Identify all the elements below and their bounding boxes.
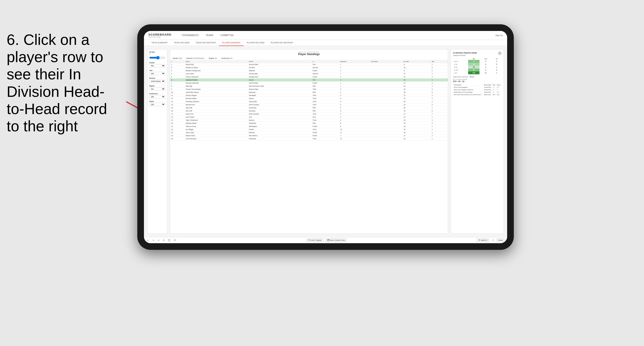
panel-header: Update time: 27/03/2024 16:56:26 Player … bbox=[170, 49, 448, 57]
table-row[interactable]: 21 Taehoon Song Washington Fourth 6 23 1 bbox=[170, 125, 448, 128]
year-select[interactable]: (All) bbox=[149, 72, 165, 75]
undo-button[interactable]: ↩ bbox=[146, 239, 150, 242]
h2h-opponents-value: 98.1% bbox=[470, 76, 474, 78]
h2h-th-win: Win bbox=[468, 58, 480, 60]
redo-button[interactable]: ↪ bbox=[152, 239, 155, 242]
table-row[interactable]: 22 Ian Gilligan Florida Third 10 24 1 bbox=[170, 128, 448, 131]
sub-nav-team-summary[interactable]: TEAM SUMMARY bbox=[148, 40, 171, 45]
table-row[interactable]: 6 Jackson Koivun Auburn First 1 24 1 bbox=[170, 78, 448, 82]
save-custom-view-button[interactable]: 💾 Save Custom View bbox=[325, 238, 347, 242]
h2h-row: Top 10 8 3 2 bbox=[453, 60, 502, 63]
sub-nav-team-h2h-heatmap[interactable]: TEAM H2H HEATMAP bbox=[193, 40, 219, 45]
table-row[interactable]: 11 Gordon Sargent Vanderbilt Third 4 21 … bbox=[170, 94, 448, 97]
share-button[interactable]: Share bbox=[496, 238, 505, 242]
filter-division-display: Division: NCAA Division I bbox=[186, 57, 204, 59]
table-row[interactable]: 14 Maxwell Ford North Carolina Third 3 2… bbox=[170, 103, 448, 106]
watch-button[interactable]: 👁 Watch ▾ bbox=[476, 238, 489, 242]
filter-no-rds: No Rds. 6 bbox=[149, 51, 165, 60]
region-select[interactable]: N/A bbox=[149, 87, 165, 91]
gender-label: Gender bbox=[149, 62, 165, 63]
player-label: Player bbox=[149, 101, 165, 102]
table-row[interactable]: 24 Bastien Amat New Mexico Fourth 1 27 2 bbox=[170, 134, 448, 137]
view-original-button[interactable]: 👁 View: Original bbox=[306, 238, 323, 242]
h2h-opponents-label: Opponents in division: 98.1% bbox=[453, 76, 502, 78]
nav-links: TOURNAMENTS TEAMS COMMITTEE bbox=[178, 33, 496, 38]
tablet-frame: SCOREBOARD Powered by clippi TOURNAMENTS… bbox=[137, 24, 514, 250]
logo-area: SCOREBOARD Powered by clippi bbox=[148, 33, 172, 38]
h2h-record-table: Win Loss Tie Top 10 8 3 2 11-25 20 9 5 2… bbox=[453, 58, 502, 74]
h2h-row: >100 578 11 1 bbox=[453, 71, 502, 74]
tournament-col-score: Score bbox=[496, 84, 502, 86]
filter-player: Player (All) bbox=[149, 101, 165, 106]
share-icon[interactable]: ↗ bbox=[491, 239, 494, 242]
h2h-close-button[interactable]: ✕ bbox=[498, 52, 502, 55]
col-yr: Yr bbox=[312, 60, 339, 63]
table-row[interactable]: 1 Wenyi Ding Arizona State First 1 8 1 bbox=[170, 63, 448, 66]
table-row[interactable]: 8 Mats Ege East Tennessee State Fifth 1 … bbox=[170, 85, 448, 88]
table-row[interactable]: 20 Matthew Riedel Vanderbilt Fifth 6 23 … bbox=[170, 122, 448, 125]
sidebar-filters: No Rds. 6 Gender Men Year (All) bbox=[147, 49, 167, 234]
standings-table: # Player School Yr Reg Rank Conf Rank No… bbox=[170, 60, 448, 140]
sign-out-link[interactable]: Sign out bbox=[496, 34, 503, 36]
table-row[interactable]: 12 Brendan Valdes Auburn Third 3 27 0 bbox=[170, 97, 448, 100]
col-reg-rank: Reg Rank bbox=[339, 60, 370, 63]
sub-nav: TEAM SUMMARY TEAM H2H GRID TEAM H2H HEAT… bbox=[144, 40, 507, 46]
division-select[interactable]: NCAA Division I bbox=[149, 80, 165, 83]
tournament-row: SEC Match Play hosted by Jerry Pate Roun… bbox=[453, 94, 502, 96]
no-rds-value: 6 bbox=[149, 53, 165, 55]
nav-tournaments[interactable]: TOURNAMENTS bbox=[178, 33, 202, 38]
col-player: Player bbox=[185, 60, 248, 63]
h2h-row: 11-25 20 9 5 bbox=[453, 63, 502, 66]
tournament-col-name: Tournament bbox=[453, 84, 484, 86]
table-row[interactable]: 7 Nicholas Gabrelcik North Florida Fourt… bbox=[170, 82, 448, 85]
tournament-col-pos: Pos bbox=[492, 84, 496, 86]
filter-gender-display: Gender: Men bbox=[173, 57, 182, 59]
table-row[interactable]: 13 Phichaksn Maichon Texas A&M Third 6 3… bbox=[170, 100, 448, 103]
sub-nav-team-h2h-grid[interactable]: TEAM H2H GRID bbox=[171, 40, 193, 45]
table-row[interactable]: 16 Alex Goff Kentucky Fifth 8 19 0 bbox=[170, 109, 448, 113]
table-row[interactable]: 15 Jake Hall Tennessee Fifth 4 26 1 bbox=[170, 106, 448, 109]
sub-nav-player-h2h-grid[interactable]: PLAYER H2H GRID bbox=[244, 40, 268, 45]
no-rds-label: No Rds. bbox=[149, 51, 165, 53]
nav-teams[interactable]: TEAMS bbox=[202, 33, 217, 38]
cut-button[interactable]: ✂ bbox=[157, 239, 160, 242]
table-row[interactable]: 5 Christo Lamprecht Georgia Tech Fourth … bbox=[170, 75, 448, 78]
sub-nav-player-summary[interactable]: PLAYER SUMMARY bbox=[219, 40, 244, 46]
paste-button[interactable]: 📋 bbox=[167, 239, 172, 242]
copy-button[interactable]: ⎘ bbox=[162, 239, 165, 242]
year-label: Year bbox=[149, 70, 165, 71]
table-row[interactable]: 2 Michael La Sasse Ole Miss Second 1 18 … bbox=[170, 66, 448, 69]
table-row[interactable]: 9 Preston Summerhays Arizona State Third… bbox=[170, 88, 448, 91]
gender-select[interactable]: Men bbox=[149, 64, 165, 67]
panel-filters: Gender: Men Division: NCAA Division I Re… bbox=[170, 57, 448, 60]
h2h-th-range bbox=[453, 58, 468, 60]
refresh-button[interactable]: ⟳ bbox=[173, 239, 177, 242]
table-row[interactable]: 4 Luke Claton Florida State Second 1 27 … bbox=[170, 72, 448, 75]
player-standings-panel: Update time: 27/03/2024 16:56:26 Player … bbox=[170, 49, 448, 234]
division-label: Division bbox=[149, 77, 165, 79]
h2h-row: 26-50 22 4 1 bbox=[453, 66, 502, 69]
instruction-text: 6. Click on a player's row to see their … bbox=[0, 26, 128, 139]
table-row[interactable]: 19 Tiger Christensen Arizona Third 8 23 … bbox=[170, 119, 448, 122]
nav-committee[interactable]: COMMITTEE bbox=[217, 33, 237, 38]
no-rds-slider[interactable] bbox=[149, 56, 165, 59]
col-conf-rank: Conf Rank bbox=[370, 60, 402, 63]
tournament-row: Fallen Oak Collegiate Invitational Strok… bbox=[453, 89, 502, 91]
sub-nav-player-h2h-heatmap[interactable]: PLAYER H2H HEATMAP bbox=[268, 40, 296, 45]
h2h-th-loss: Loss bbox=[480, 58, 492, 60]
h2h-row: 51-100 46 6 3 bbox=[453, 69, 502, 71]
table-row[interactable]: 18 Luke Powell ULA First 4 24 1 bbox=[170, 116, 448, 119]
table-row[interactable]: 10 Jacob-Mac Olesen Arkansas Fifth 4 25 … bbox=[170, 91, 448, 94]
table-row[interactable]: 25 Cole Sherwood Vanderbilt Third 12 23 … bbox=[170, 137, 448, 140]
table-row[interactable]: 17 David Ford North Carolina Third 3 21 … bbox=[170, 113, 448, 116]
filter-conference-display: Conference: All bbox=[221, 57, 232, 59]
table-row[interactable]: 3 Michael Thorbjornsen Stanford Fourth 1… bbox=[170, 69, 448, 72]
h2h-player-name: Jackson Koivun bbox=[453, 54, 477, 56]
player-select[interactable]: (All) bbox=[149, 103, 165, 106]
logo-powered: Powered by clippi bbox=[148, 36, 172, 38]
h2h-record: W-L-T record in-division: 674 - 33 - 12 bbox=[453, 78, 502, 82]
table-row[interactable]: 23 Jack Lundin Missouri Fourth 11 24 1 bbox=[170, 131, 448, 134]
tournament-row: Amer Ari Intercollegiate Stroke Play 4 -… bbox=[453, 86, 502, 89]
filter-year: Year (All) bbox=[149, 70, 165, 75]
conference-select[interactable]: (All) bbox=[149, 95, 165, 98]
